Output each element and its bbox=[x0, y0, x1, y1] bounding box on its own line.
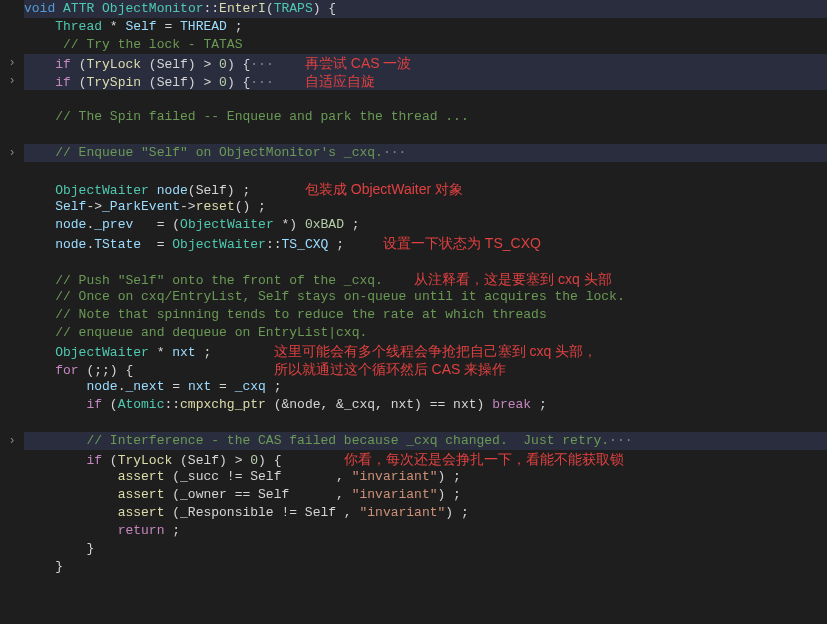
fold-line-6 bbox=[0, 90, 24, 108]
fold-line-12 bbox=[0, 198, 24, 216]
code-line: node.TState = ObjectWaiter::TS_CXQ ; 设置一… bbox=[24, 234, 827, 252]
code-line: node._prev = (ObjectWaiter *) 0xBAD ; bbox=[24, 216, 827, 234]
code-line bbox=[24, 90, 827, 108]
fold-line-23 bbox=[0, 396, 24, 414]
code-line: // Interference - the CAS failed because… bbox=[24, 432, 827, 450]
fold-line-3 bbox=[0, 36, 24, 54]
fold-gutter: › › › › bbox=[0, 0, 24, 576]
annotation: 设置一下状态为 TS_CXQ bbox=[383, 235, 541, 251]
code-line: for (;;) { 所以就通过这个循环然后 CAS 来操作 bbox=[24, 360, 827, 378]
fold-line-16 bbox=[0, 270, 24, 288]
annotation: 自适应自旋 bbox=[305, 73, 375, 89]
code-editor: › › › › void ATTR ObjectMonitor::EnterI(… bbox=[0, 0, 827, 576]
code-line: // Once on cxq/EntryList, Self stays on-… bbox=[24, 288, 827, 306]
fold-line-1 bbox=[0, 0, 24, 18]
fold-marker[interactable]: › bbox=[0, 144, 24, 162]
fold-line-18 bbox=[0, 306, 24, 324]
fold-line-26 bbox=[0, 450, 24, 468]
code-line: assert (_Responsible != Self , "invarian… bbox=[24, 504, 827, 522]
code-line: if (TryLock (Self) > 0) { 你看，每次还是会挣扎一下，看… bbox=[24, 450, 827, 468]
fold-line-21 bbox=[0, 360, 24, 378]
fold-line-27 bbox=[0, 468, 24, 486]
code-line: if (Atomic::cmpxchg_ptr (&node, &_cxq, n… bbox=[24, 396, 827, 414]
code-line: // enqueue and dequeue on EntryList|cxq. bbox=[24, 324, 827, 342]
code-line: // Note that spinning tends to reduce th… bbox=[24, 306, 827, 324]
fold-line-24 bbox=[0, 414, 24, 432]
code-line: // Try the lock - TATAS bbox=[24, 36, 827, 54]
annotation: 包装成 ObjectWaiter 对象 bbox=[305, 181, 463, 197]
code-line: Self->_ParkEvent->reset() ; bbox=[24, 198, 827, 216]
annotation: 这里可能会有多个线程会争抢把自己塞到 cxq 头部， bbox=[274, 343, 598, 359]
code-line bbox=[24, 252, 827, 270]
code-content[interactable]: void ATTR ObjectMonitor::EnterI(TRAPS) {… bbox=[24, 0, 827, 576]
fold-line-28 bbox=[0, 486, 24, 504]
code-line: } bbox=[24, 558, 827, 576]
fold-line-13 bbox=[0, 216, 24, 234]
code-line bbox=[24, 414, 827, 432]
code-line: node._next = nxt = _cxq ; bbox=[24, 378, 827, 396]
fold-line-11 bbox=[0, 180, 24, 198]
fold-line-30 bbox=[0, 522, 24, 540]
code-line: // Push "Self" onto the front of the _cx… bbox=[24, 270, 827, 288]
code-line: Thread * Self = THREAD ; bbox=[24, 18, 827, 36]
fold-line-32 bbox=[0, 558, 24, 576]
code-line: assert (_owner == Self , "invariant") ; bbox=[24, 486, 827, 504]
fold-line-2 bbox=[0, 18, 24, 36]
fold-line-19 bbox=[0, 324, 24, 342]
fold-marker[interactable]: › bbox=[0, 54, 24, 72]
annotation: 从注释看，这是要塞到 cxq 头部 bbox=[414, 271, 612, 287]
fold-marker[interactable]: › bbox=[0, 432, 24, 450]
code-line: // Enqueue "Self" on ObjectMonitor's _cx… bbox=[24, 144, 827, 162]
code-line: if (TrySpin (Self) > 0) {··· 自适应自旋 bbox=[24, 72, 827, 90]
code-line: void ATTR ObjectMonitor::EnterI(TRAPS) { bbox=[24, 0, 827, 18]
fold-line-8 bbox=[0, 126, 24, 144]
annotation: 再尝试 CAS 一波 bbox=[305, 55, 412, 71]
code-line: if (TryLock (Self) > 0) {··· 再尝试 CAS 一波 bbox=[24, 54, 827, 72]
code-line: ObjectWaiter * nxt ; 这里可能会有多个线程会争抢把自己塞到 … bbox=[24, 342, 827, 360]
code-line bbox=[24, 162, 827, 180]
code-line: return ; bbox=[24, 522, 827, 540]
fold-line-10 bbox=[0, 162, 24, 180]
annotation: 你看，每次还是会挣扎一下，看能不能获取锁 bbox=[344, 451, 624, 467]
code-line: assert (_succ != Self , "invariant") ; bbox=[24, 468, 827, 486]
fold-line-31 bbox=[0, 540, 24, 558]
code-line: // The Spin failed -- Enqueue and park t… bbox=[24, 108, 827, 126]
fold-line-15 bbox=[0, 252, 24, 270]
annotation: 所以就通过这个循环然后 CAS 来操作 bbox=[274, 361, 507, 377]
fold-line-22 bbox=[0, 378, 24, 396]
code-line bbox=[24, 126, 827, 144]
fold-line-7 bbox=[0, 108, 24, 126]
fold-line-29 bbox=[0, 504, 24, 522]
fold-line-17 bbox=[0, 288, 24, 306]
code-line: ObjectWaiter node(Self) ; 包装成 ObjectWait… bbox=[24, 180, 827, 198]
fold-marker[interactable]: › bbox=[0, 72, 24, 90]
code-line: } bbox=[24, 540, 827, 558]
fold-line-14 bbox=[0, 234, 24, 252]
fold-line-20 bbox=[0, 342, 24, 360]
